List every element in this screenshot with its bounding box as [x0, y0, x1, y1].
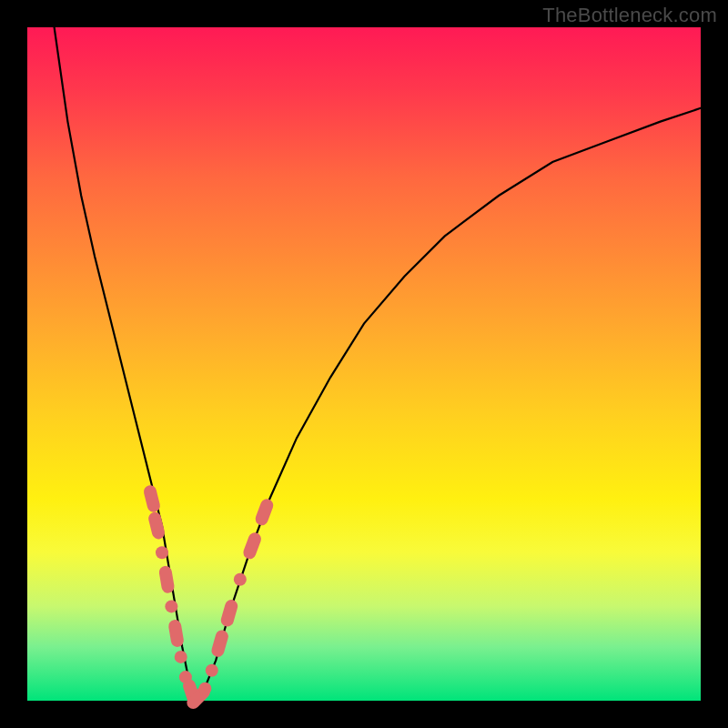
marker-dot — [206, 664, 218, 677]
marker-dot — [175, 651, 187, 663]
marker-tick — [158, 565, 176, 594]
plot-area — [27, 27, 701, 701]
chart-frame: TheBottleneck.com — [0, 0, 728, 728]
marker-tick — [147, 511, 167, 540]
marker-dot — [165, 600, 177, 612]
marker-tick — [167, 619, 185, 648]
watermark-text: TheBottleneck.com — [542, 4, 717, 27]
marker-tick — [219, 598, 239, 628]
marker-tick — [210, 629, 230, 659]
marker-dot — [234, 573, 247, 586]
marker-dot — [198, 682, 211, 695]
bottleneck-curve-path — [55, 27, 701, 701]
chart-svg — [27, 27, 701, 701]
marker-tick — [254, 497, 276, 527]
marker-dot — [156, 546, 168, 559]
marker-tick — [241, 531, 263, 561]
marker-tick — [142, 484, 161, 513]
